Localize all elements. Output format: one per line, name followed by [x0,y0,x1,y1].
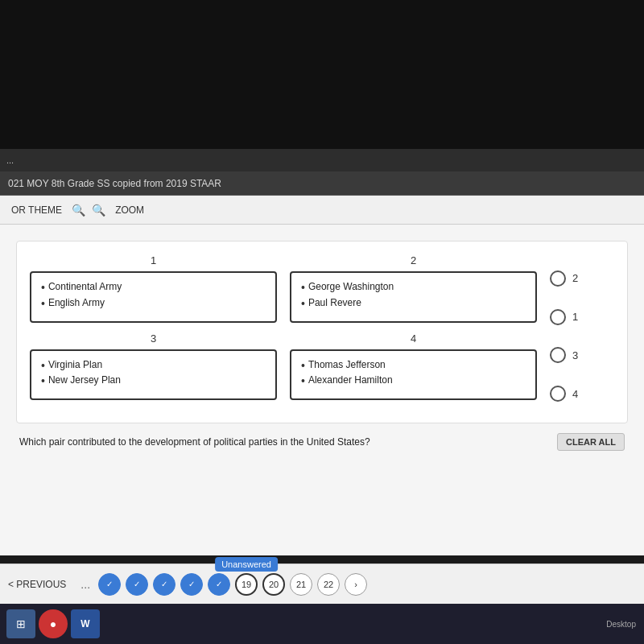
nav-item-22[interactable]: 22 [317,573,340,596]
bullet-dot: • [301,281,305,295]
box1-number: 1 [30,254,277,266]
box4-item-1: • Thomas Jefferson [301,359,526,373]
question-text: Which pair contributed to the developmen… [19,436,547,449]
box2-item-1: • George Washington [301,281,526,295]
app-title-text: 021 MOY 8th Grade SS copied from 2019 ST… [8,178,221,189]
box3-item-1: • Virginia Plan [41,359,266,373]
box1-item-2: • English Army [41,297,266,311]
radio-label-4: 4 [572,388,578,400]
nav-item-19[interactable]: Unanswered 19 [235,573,258,596]
box-column-1: 1 • Continental Army • English Army [30,254,277,323]
answer-box-1[interactable]: • Continental Army • English Army [30,271,277,323]
zoom-out-icon[interactable]: 🔍 [72,204,85,217]
box3-item-2: • New Jersey Plan [41,374,266,388]
previous-button[interactable]: < PREVIOUS [8,579,66,590]
radio-circle-3[interactable] [550,347,566,363]
bullet-dot: • [301,374,305,388]
nav-item-21[interactable]: 21 [290,573,312,596]
radio-circle-4[interactable] [550,386,566,402]
radio-option-2[interactable]: 2 [550,270,614,287]
unanswered-badge: Unanswered [215,557,278,572]
boxes-row-2: 3 • Virginia Plan • New Jersey Plan 4 [30,332,537,401]
bullet-dot: • [41,281,45,295]
bullet-dot: • [41,374,45,388]
nav-item-16[interactable] [153,573,175,596]
zoom-in-icon[interactable]: 🔍 [92,204,105,217]
boxes-row-1: 1 • Continental Army • English Army 2 [30,254,537,323]
radio-label-2: 2 [572,272,578,284]
answer-box-2[interactable]: • George Washington • Paul Revere [290,271,537,323]
nav-item-14[interactable] [98,573,121,596]
or-theme-button[interactable]: OR THEME [8,203,65,217]
taskbar-desktop-text: Desktop [606,620,636,629]
answer-box-4[interactable]: • Thomas Jefferson • Alexander Hamilton [290,349,537,401]
nav-number-20: 20 [269,580,279,589]
nav-number-21: 21 [296,580,306,589]
box2-number: 2 [290,254,537,266]
nav-item-15[interactable] [126,573,148,596]
boxes-area: 1 • Continental Army • English Army 2 [30,254,537,410]
nav-number-22: 22 [324,580,333,589]
bottom-navigation: < PREVIOUS ... Unanswered 19 20 21 22 › [0,564,644,604]
radio-option-1[interactable]: 1 [550,309,614,325]
radio-label-3: 3 [572,349,578,361]
bullet-dot: • [41,297,45,311]
taskbar: ⊞ ● W Desktop [0,604,644,644]
box-column-4: 4 • Thomas Jefferson • Alexander Hamilto… [290,332,537,401]
clear-all-button[interactable]: CLEAR ALL [557,433,625,451]
taskbar-icon-windows[interactable]: ⊞ [6,609,35,638]
app-title-bar: 021 MOY 8th Grade SS copied from 2019 ST… [0,171,644,196]
taskbar-icon-word[interactable]: W [71,609,100,638]
nav-item-18[interactable] [208,573,230,596]
nav-dots: ... [80,578,90,591]
taskbar-icon-chrome[interactable]: ● [39,609,68,638]
question-container: 1 • Continental Army • English Army 2 [16,241,628,423]
toolbar: OR THEME 🔍 🔍 ZOOM [0,196,644,225]
box-column-3: 3 • Virginia Plan • New Jersey Plan [30,332,277,401]
radio-circle-1[interactable] [550,309,566,325]
radio-options-area: 2 1 3 4 [550,254,614,410]
answer-box-3[interactable]: • Virginia Plan • New Jersey Plan [30,349,277,401]
zoom-label: ZOOM [112,203,147,217]
box-column-2: 2 • George Washington • Paul Revere [290,254,537,323]
nav-item-20[interactable]: 20 [262,573,285,596]
radio-circle-2[interactable] [550,270,566,287]
radio-option-4[interactable]: 4 [550,386,614,402]
top-black-area [0,0,644,149]
box3-number: 3 [30,332,277,345]
bullet-dot: • [301,359,305,373]
radio-option-3[interactable]: 3 [550,347,614,363]
bullet-dot: • [301,297,305,311]
box4-item-2: • Alexander Hamilton [301,374,526,388]
browser-bar-text: ... [6,155,14,165]
radio-label-1: 1 [572,311,578,323]
question-footer: Which pair contributed to the developmen… [16,433,628,451]
box2-item-2: • Paul Revere [301,297,526,311]
nav-item-next[interactable]: › [345,573,367,596]
browser-bar: ... [0,149,644,171]
box1-item-1: • Continental Army [41,281,266,295]
box4-number: 4 [290,332,537,345]
nav-number-19: 19 [242,580,251,589]
bullet-dot: • [41,359,45,373]
main-content: 1 • Continental Army • English Army 2 [0,225,644,555]
nav-item-17[interactable] [180,573,203,596]
